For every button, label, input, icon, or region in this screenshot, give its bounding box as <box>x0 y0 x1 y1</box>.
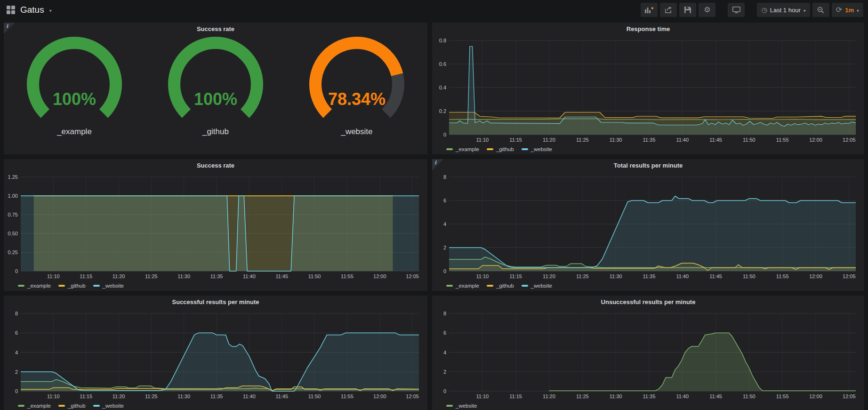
legend-item-_example[interactable]: _example <box>446 283 479 289</box>
svg-text:11:20: 11:20 <box>543 137 555 143</box>
legend-label: _github <box>496 146 514 152</box>
panel-info-corner[interactable]: i <box>4 23 15 34</box>
interval-caret-icon: ▾ <box>857 7 859 13</box>
legend-label: _website <box>456 403 477 409</box>
legend-item-_website[interactable]: _website <box>522 283 552 289</box>
legend-item-_github[interactable]: _github <box>487 146 514 152</box>
gauge-value: 78.34% <box>328 89 386 109</box>
gauge-label: _github <box>202 127 229 137</box>
svg-text:6: 6 <box>15 330 18 336</box>
panel-successful-results: Successful results per minute 11:1011:15… <box>4 296 427 410</box>
time-range-label: Last 1 hour <box>770 7 801 14</box>
gauge-value: 100% <box>53 89 96 109</box>
svg-text:11:20: 11:20 <box>113 273 125 279</box>
svg-text:8: 8 <box>443 311 446 316</box>
svg-text:1.00: 1.00 <box>8 193 18 199</box>
add-panel-button[interactable] <box>641 3 658 17</box>
gauge-_website: 78.34%_website <box>286 35 427 154</box>
legend-item-_website[interactable]: _website <box>93 403 124 409</box>
bar-chart-plus-icon <box>645 7 653 13</box>
svg-text:11:45: 11:45 <box>275 394 288 399</box>
response-time-chart[interactable]: 11:1011:1511:2011:2511:3011:3511:4011:45… <box>432 35 864 144</box>
total-results-chart[interactable]: 11:1011:1511:2011:2511:3011:3511:4011:45… <box>432 171 864 281</box>
svg-text:12:05: 12:05 <box>843 137 856 143</box>
svg-text:0: 0 <box>443 268 446 274</box>
svg-text:11:40: 11:40 <box>243 273 256 279</box>
svg-text:11:15: 11:15 <box>509 273 522 279</box>
svg-text:11:35: 11:35 <box>643 394 656 399</box>
gauge-label: _example <box>57 127 92 137</box>
refresh-interval-label: 1m <box>845 7 854 14</box>
legend-swatch <box>18 405 24 407</box>
legend-swatch <box>58 285 65 287</box>
panel-info-corner[interactable]: i <box>432 159 443 170</box>
save-icon <box>684 7 691 13</box>
legend-item-_example[interactable]: _example <box>18 283 51 289</box>
clock-icon: ◷ <box>761 7 767 13</box>
panel-title-success-rate-gauges[interactable]: Success rate <box>4 23 427 35</box>
svg-text:11:25: 11:25 <box>145 394 158 399</box>
legend-item-_github[interactable]: _github <box>58 403 86 409</box>
legend-item-_website[interactable]: _website <box>93 283 124 289</box>
dashboard-grid-icon[interactable] <box>7 6 15 14</box>
time-range-picker-button[interactable]: ◷ Last 1 hour ▾ <box>757 3 810 17</box>
success-rate-chart[interactable]: 11:1011:1511:2011:2511:3011:3511:4011:45… <box>4 171 427 281</box>
svg-text:11:15: 11:15 <box>509 394 522 399</box>
legend-item-_example[interactable]: _example <box>18 403 51 409</box>
legend-item-_github[interactable]: _github <box>58 283 86 289</box>
svg-text:11:30: 11:30 <box>610 137 622 143</box>
tv-mode-button[interactable] <box>728 3 745 17</box>
panel-unsuccessful-results: Unsuccessful results per minute 11:1011:… <box>432 296 864 410</box>
legend-label: _website <box>103 283 124 289</box>
save-button[interactable] <box>679 3 696 17</box>
svg-text:11:15: 11:15 <box>80 273 92 279</box>
svg-text:11:25: 11:25 <box>576 273 589 279</box>
panel-title-response-time[interactable]: Response time <box>432 23 864 35</box>
svg-text:11:20: 11:20 <box>543 394 555 399</box>
legend-swatch <box>18 285 24 287</box>
svg-text:11:55: 11:55 <box>341 273 354 279</box>
svg-text:0.50: 0.50 <box>8 231 18 236</box>
svg-text:11:55: 11:55 <box>776 137 789 143</box>
svg-text:11:45: 11:45 <box>275 273 288 279</box>
legend-item-_website[interactable]: _website <box>522 146 552 152</box>
svg-text:4: 4 <box>443 221 446 227</box>
svg-text:11:50: 11:50 <box>308 394 321 399</box>
successful-results-legend: _example_github_website <box>4 401 427 410</box>
legend-label: _github <box>496 283 514 289</box>
svg-text:4: 4 <box>443 350 446 355</box>
unsuccessful-results-chart[interactable]: 11:1011:1511:2011:2511:3011:3511:4011:45… <box>432 308 864 401</box>
dashboard-title[interactable]: Gatus <box>20 5 44 15</box>
settings-button[interactable]: ⚙ <box>699 3 715 17</box>
panel-total-results: i Total results per minute 11:1011:1511:… <box>432 159 864 291</box>
title-caret-icon[interactable]: ▾ <box>49 7 52 13</box>
panel-title-total-results[interactable]: Total results per minute <box>432 159 864 171</box>
svg-text:11:50: 11:50 <box>743 273 755 279</box>
legend-swatch <box>522 285 528 287</box>
svg-text:11:10: 11:10 <box>476 273 489 279</box>
svg-text:11:55: 11:55 <box>341 394 354 399</box>
refresh-button[interactable]: ⟳ 1m ▾ <box>832 3 863 17</box>
share-button[interactable] <box>660 3 677 17</box>
successful-results-chart[interactable]: 11:1011:1511:2011:2511:3011:3511:4011:45… <box>4 308 427 401</box>
svg-text:12:05: 12:05 <box>406 273 419 279</box>
panel-title-unsuccessful-results[interactable]: Unsuccessful results per minute <box>432 296 864 308</box>
gauge-_github: 100%_github <box>145 35 286 154</box>
unsuccessful-results-legend: _website <box>432 401 864 410</box>
panel-title-success-rate-ts[interactable]: Success rate <box>4 159 427 171</box>
svg-text:11:30: 11:30 <box>177 394 190 399</box>
legend-swatch <box>93 405 100 407</box>
legend-item-_website[interactable]: _website <box>446 403 477 409</box>
legend-item-_example[interactable]: _example <box>446 146 479 152</box>
panel-title-successful-results[interactable]: Successful results per minute <box>4 296 427 308</box>
magnifier-minus-icon <box>817 7 824 14</box>
legend-swatch <box>487 285 493 287</box>
svg-text:11:10: 11:10 <box>476 394 489 399</box>
svg-text:4: 4 <box>15 350 18 355</box>
legend-swatch <box>446 148 453 150</box>
gear-icon: ⚙ <box>704 6 710 14</box>
zoom-out-button[interactable] <box>812 3 829 17</box>
legend-item-_github[interactable]: _github <box>487 283 514 289</box>
share-icon <box>665 7 672 13</box>
dashboard-grid: i Success rate 100%_example100%_github78… <box>0 20 868 410</box>
